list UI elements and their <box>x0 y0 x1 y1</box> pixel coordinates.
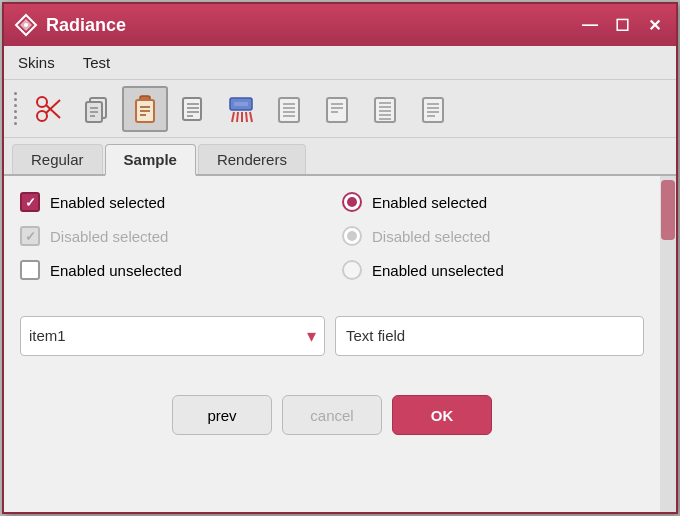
select-wrapper[interactable]: item1 ▾ <box>20 316 325 356</box>
select-value: item1 <box>29 327 307 344</box>
copy-icon <box>82 94 112 124</box>
scrollbar-thumb[interactable] <box>661 180 675 240</box>
doc2-button[interactable] <box>314 86 360 132</box>
checkbox-enabled-unselected[interactable] <box>20 260 40 280</box>
checkbox-enabled-selected-label: Enabled selected <box>50 194 165 211</box>
svg-line-27 <box>246 112 247 122</box>
doc3-button[interactable] <box>362 86 408 132</box>
toolbar <box>4 80 676 138</box>
svg-line-25 <box>237 112 238 122</box>
window-title: Radiance <box>46 15 578 36</box>
tab-renderers[interactable]: Renderers <box>198 144 306 174</box>
cut2-button[interactable] <box>170 86 216 132</box>
radio-enabled-unselected[interactable] <box>342 260 362 280</box>
action-row: prev cancel OK <box>20 391 644 461</box>
shredder-icon <box>226 94 256 124</box>
paste-button[interactable] <box>122 86 168 132</box>
radio-enabled-selected[interactable] <box>342 192 362 212</box>
svg-point-4 <box>37 97 47 107</box>
scissors-icon <box>34 94 64 124</box>
checkbox-disabled-selected[interactable] <box>20 226 40 246</box>
radio-disabled-selected-row: Disabled selected <box>342 226 644 246</box>
menu-bar: Skins Test <box>4 46 676 80</box>
svg-rect-29 <box>279 98 299 122</box>
doc3-icon <box>370 94 400 124</box>
radio-enabled-selected-row: Enabled selected <box>342 192 644 212</box>
menu-skins[interactable]: Skins <box>12 50 61 75</box>
scissors-button[interactable] <box>26 86 72 132</box>
svg-rect-23 <box>234 102 248 106</box>
radio-enabled-unselected-label: Enabled unselected <box>372 262 504 279</box>
radio-disabled-selected-label: Disabled selected <box>372 228 490 245</box>
maximize-button[interactable]: ☐ <box>610 13 634 37</box>
checkbox-enabled-unselected-row: Enabled unselected <box>20 260 322 280</box>
ok-button[interactable]: OK <box>392 395 492 435</box>
close-button[interactable]: ✕ <box>642 13 666 37</box>
options-grid: Enabled selected Disabled selected Enabl… <box>20 192 644 306</box>
svg-rect-34 <box>327 98 347 122</box>
tab-sample[interactable]: Sample <box>105 144 196 176</box>
dropdown-arrow-icon[interactable]: ▾ <box>307 325 316 347</box>
copy-button[interactable] <box>74 86 120 132</box>
cancel-button[interactable]: cancel <box>282 395 382 435</box>
window-controls: — ☐ ✕ <box>578 13 666 37</box>
title-bar: Radiance — ☐ ✕ <box>4 4 676 46</box>
main-window: Radiance — ☐ ✕ Skins Test <box>2 2 678 514</box>
doc2-icon <box>322 94 352 124</box>
checkbox-disabled-selected-row: Disabled selected <box>20 226 322 246</box>
app-logo <box>14 13 38 37</box>
text-field[interactable]: Text field <box>335 316 644 356</box>
doc4-button[interactable] <box>410 86 456 132</box>
radio-enabled-selected-label: Enabled selected <box>372 194 487 211</box>
toolbar-grip <box>10 85 20 133</box>
main-panel: Enabled selected Disabled selected Enabl… <box>4 176 660 512</box>
checkbox-disabled-selected-label: Disabled selected <box>50 228 168 245</box>
radio-disabled-selected[interactable] <box>342 226 362 246</box>
doc1-icon <box>274 94 304 124</box>
svg-point-2 <box>24 23 28 27</box>
prev-button[interactable]: prev <box>172 395 272 435</box>
svg-line-28 <box>250 112 252 122</box>
cut2-icon <box>178 94 208 124</box>
paste-icon <box>130 94 160 124</box>
scrollbar[interactable] <box>660 176 676 512</box>
tab-regular[interactable]: Regular <box>12 144 103 174</box>
input-row: item1 ▾ Text field <box>20 316 644 382</box>
text-field-value: Text field <box>346 327 405 344</box>
doc1-button[interactable] <box>266 86 312 132</box>
minimize-button[interactable]: — <box>578 13 602 37</box>
shredder-button[interactable] <box>218 86 264 132</box>
checkbox-enabled-unselected-label: Enabled unselected <box>50 262 182 279</box>
svg-point-3 <box>37 111 47 121</box>
radio-enabled-unselected-row: Enabled unselected <box>342 260 644 280</box>
tabs-bar: Regular Sample Renderers <box>4 138 676 176</box>
menu-test[interactable]: Test <box>77 50 117 75</box>
checkbox-enabled-selected[interactable] <box>20 192 40 212</box>
checkbox-enabled-selected-row: Enabled selected <box>20 192 322 212</box>
content-area: Enabled selected Disabled selected Enabl… <box>4 176 676 512</box>
svg-rect-44 <box>423 98 443 122</box>
svg-line-24 <box>232 112 234 122</box>
doc4-icon <box>418 94 448 124</box>
